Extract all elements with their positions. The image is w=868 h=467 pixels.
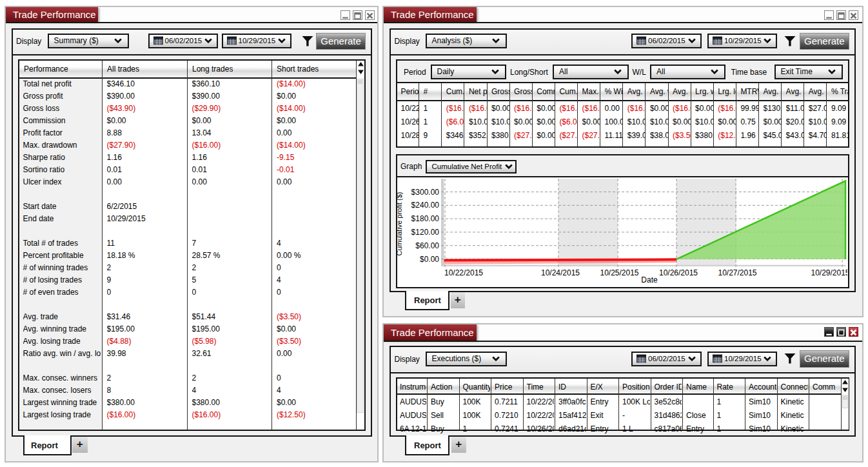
svg-text:10/25/2015: 10/25/2015 [600, 268, 638, 277]
svg-text:$300.00: $300.00 [411, 188, 440, 197]
svg-text:10/22/2015: 10/22/2015 [444, 268, 483, 277]
svg-text:$0.00: $0.00 [420, 255, 439, 264]
svg-text:Date: Date [641, 275, 658, 284]
svg-text:$60.00: $60.00 [415, 241, 439, 250]
svg-text:10/26/2015: 10/26/2015 [659, 268, 698, 277]
svg-text:Cumulative profit ($): Cumulative profit ($) [397, 192, 403, 255]
svg-text:$240.00: $240.00 [411, 201, 440, 210]
svg-text:$180.00: $180.00 [411, 214, 440, 223]
svg-text:10/27/2015: 10/27/2015 [718, 268, 756, 277]
svg-text:10/29/2015: 10/29/2015 [811, 268, 847, 277]
svg-text:$120.00: $120.00 [411, 228, 440, 237]
svg-text:10/24/2015: 10/24/2015 [541, 268, 580, 277]
